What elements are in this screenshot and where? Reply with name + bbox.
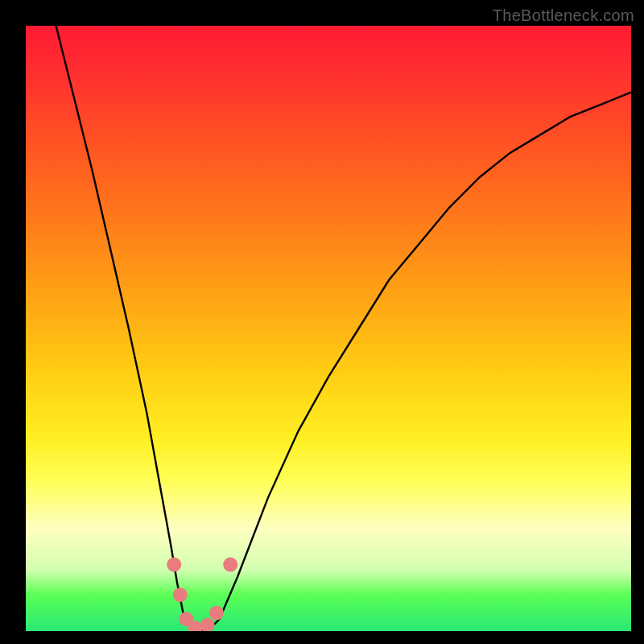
data-marker — [223, 557, 237, 572]
watermark-text: TheBottleneck.com — [493, 6, 634, 25]
chart-svg — [26, 26, 631, 631]
data-marker — [167, 557, 181, 572]
chart-container: TheBottleneck.com — [0, 0, 644, 644]
data-marker — [200, 618, 215, 632]
bottleneck-curve — [56, 26, 631, 631]
data-marker — [173, 588, 188, 602]
data-marker — [209, 605, 224, 620]
